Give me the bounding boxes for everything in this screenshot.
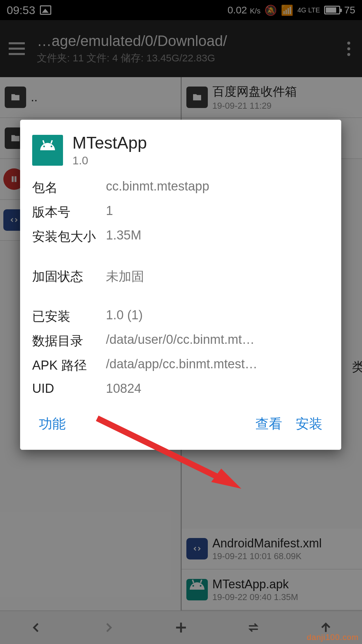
label-apkpath: APK 路径 <box>32 357 106 374</box>
label-package: 包名 <box>32 179 106 196</box>
value-version-code: 1 <box>106 204 329 221</box>
function-button[interactable]: 功能 <box>32 411 72 436</box>
label-uid: UID <box>32 381 106 396</box>
label-datadir: 数据目录 <box>32 332 106 350</box>
value-datadir: /data/user/0/cc.binmt.mt… <box>106 332 329 350</box>
label-version-code: 版本号 <box>32 204 106 221</box>
value-apkpath: /data/app/cc.binmt.mtest… <box>106 357 329 374</box>
label-harden: 加固状态 <box>32 268 106 285</box>
dialog-app-name: MTestApp <box>72 133 147 153</box>
apk-info-dialog: MTestApp 1.0 包名 cc.binmt.mtestapp 版本号 1 … <box>20 120 341 450</box>
dialog-app-version: 1.0 <box>72 154 147 167</box>
value-uid: 10824 <box>106 381 329 396</box>
app-icon <box>32 135 63 166</box>
watermark: danji100.com <box>307 633 359 642</box>
value-size: 1.35M <box>106 228 329 245</box>
value-installed: 1.0 (1) <box>106 308 329 325</box>
dialog-info-grid: 包名 cc.binmt.mtestapp 版本号 1 安装包大小 1.35M 加… <box>32 179 329 396</box>
label-size: 安装包大小 <box>32 228 106 245</box>
label-installed: 已安装 <box>32 308 106 325</box>
install-button[interactable]: 安装 <box>289 411 329 436</box>
value-package: cc.binmt.mtestapp <box>106 179 329 196</box>
value-harden: 未加固 <box>106 268 329 285</box>
view-button[interactable]: 查看 <box>249 411 289 436</box>
